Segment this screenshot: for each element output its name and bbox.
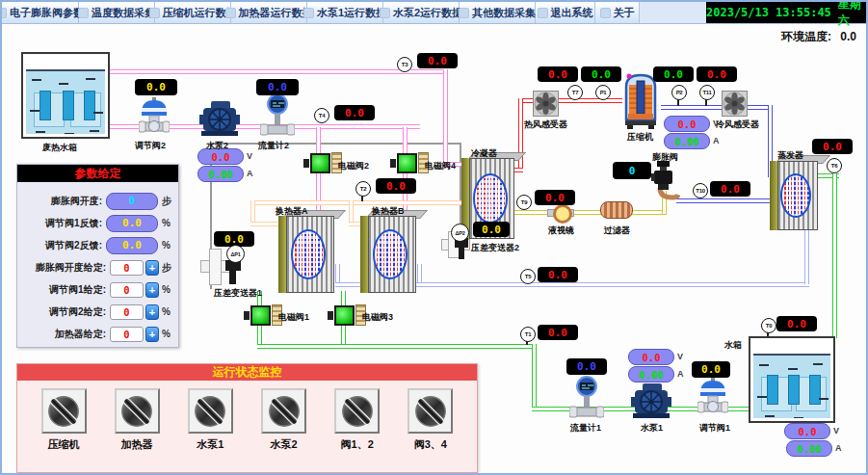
hot-air-fan-label: 热风感受器 — [524, 119, 567, 131]
menu-item-icon — [78, 8, 89, 18]
switch-valves-1-2[interactable] — [334, 388, 380, 434]
pump2-current-unit: A — [247, 169, 253, 178]
sensor-T2-display: 0.0 — [376, 178, 416, 194]
digital-clock: 2023/5/13 13:55:45 星期六 — [706, 2, 866, 23]
run-status-panel-title: 运行状态监控 — [17, 364, 477, 381]
water-tank-label: 水箱 — [724, 339, 742, 352]
sensor-T2: T2 — [355, 181, 371, 197]
pump2-voltage-unit: V — [247, 151, 252, 161]
solenoid-valve4-icon — [390, 152, 429, 173]
sensor-P1-display: 0.0 — [581, 66, 621, 82]
pump1-voltage-unit: V — [677, 352, 683, 361]
pipe-hot-water-top — [110, 69, 447, 74]
waste-heat-tank-graphic — [21, 52, 110, 139]
flow-meter-icon — [569, 376, 604, 424]
pump1-voltage-display: 0.0 — [628, 349, 674, 365]
sensor-T6: T6 — [827, 158, 842, 173]
sensor-T6-display: 0.0 — [812, 139, 853, 154]
pipe-low-pressure — [676, 198, 773, 203]
sensor-T9: T9 — [516, 195, 532, 210]
valve1-setpoint-spinner[interactable]: + — [145, 282, 159, 298]
sensor-T11: T11 — [699, 85, 715, 100]
sensor-T9-display: 0.0 — [535, 190, 575, 205]
solenoid-valve4-label: 电磁阀4 — [425, 160, 456, 172]
pipe-chilled-return-v — [804, 226, 809, 284]
switch-pump1[interactable] — [188, 388, 233, 434]
flow-meter-icon — [260, 93, 295, 142]
pipe-cold-water-down — [532, 344, 537, 409]
flow1-label: 流量计1 — [570, 422, 601, 435]
switch-compressor[interactable] — [41, 388, 87, 434]
menu-item-compressor-data[interactable]: 压缩机运行数据 — [155, 2, 231, 23]
menu-item-expansion-valve-params[interactable]: 电子膨胀阀参数 — [2, 2, 79, 23]
menu-item-other-data[interactable]: 其他数据采集 — [460, 2, 536, 23]
heater-setpoint-input[interactable]: 0 — [110, 327, 144, 342]
expansion-valve-label: 膨胀阀 — [652, 151, 678, 164]
pipe-liquid-line — [514, 210, 667, 215]
switch-valves-3-4[interactable] — [408, 388, 453, 434]
evaporator-label: 蒸发器 — [777, 149, 803, 162]
rotary-switch-icon — [192, 393, 228, 430]
evaporator-icon — [770, 161, 818, 230]
menu-item-pump1-data[interactable]: 水泵1运行数据 — [307, 2, 383, 23]
compressor-voltage-display: 0.0 — [664, 116, 710, 132]
motor-valve-icon — [139, 97, 170, 142]
pipe-cold-water-mid — [257, 344, 537, 349]
sensor-T5: T5 — [520, 269, 536, 284]
switch-heater[interactable] — [115, 388, 160, 434]
menu-item-icon — [459, 8, 469, 18]
expansion-setpoint-spinner[interactable]: + — [145, 260, 159, 276]
rotary-switch-icon — [412, 393, 449, 430]
filter-icon — [600, 201, 633, 219]
menu-item-temperature-data[interactable]: 温度数据采集 — [79, 2, 155, 23]
heat-exchanger-b-label: 换热器B — [372, 205, 405, 218]
rotary-switch-icon — [339, 393, 376, 430]
valve2-feedback-readout: 0.0 — [106, 237, 158, 254]
sensor-T5-display: 0.0 — [538, 267, 578, 282]
rotary-switch-icon — [118, 393, 155, 430]
tank-current-unit: A — [835, 443, 842, 453]
flow1-display: 0.0 — [566, 358, 607, 375]
menu-item-heater-data[interactable]: 加热器运行数据 — [231, 2, 307, 23]
param-row-expansion-setpoint: 膨胀阀开度给定: 0 + 步 — [17, 256, 178, 278]
param-row-heater-setpoint: 加热器给定: 0 + % — [17, 323, 178, 345]
sensor-T0-display: 0.0 — [776, 316, 817, 331]
pipe-evap-to-tank — [832, 173, 837, 338]
clock-time: 13:55:45 — [776, 6, 831, 19]
pipe-hot-water-drop — [443, 69, 448, 166]
expansion-opening-readout: 0 — [106, 193, 158, 210]
valve2-setpoint-spinner[interactable]: + — [145, 304, 159, 320]
sensor-P1: P1 — [595, 85, 611, 100]
sensor-T1: T1 — [520, 327, 536, 342]
sensor-T3-display: 0.0 — [417, 53, 458, 68]
switch-pump2[interactable] — [261, 388, 306, 434]
sight-glass-icon — [547, 203, 574, 221]
valve2-setpoint-input[interactable]: 0 — [110, 304, 144, 320]
menu-item-icon — [538, 8, 548, 18]
ambient-temperature-label: 环境温度: — [781, 30, 831, 43]
menu-item-about[interactable]: 关于 — [595, 2, 640, 23]
scada-window: 电子膨胀阀参数 温度数据采集 压缩机运行数据 加热器运行数据 水泵1运行数据 水… — [0, 0, 868, 475]
menu-item-pump2-data[interactable]: 水泵2运行数据 — [383, 2, 460, 23]
ambient-temperature-value: 0.0 — [840, 30, 856, 43]
solenoid-valve1-label: 电磁阀1 — [278, 311, 309, 324]
cold-air-fan-label: 冷风感受器 — [716, 119, 759, 131]
menu-item-icon — [600, 8, 611, 18]
sensor-T1-display: 0.0 — [538, 325, 578, 340]
sensor-P2-display: 0.0 — [653, 66, 694, 82]
expansion-valve-icon — [651, 159, 680, 205]
tank-voltage-display: 0.0 — [784, 423, 830, 439]
valve1-setpoint-input[interactable]: 0 — [110, 282, 144, 298]
param-row-valve2-setpoint: 调节阀2给定: 0 + % — [17, 301, 178, 323]
tank-current-display: 0.00 — [786, 440, 832, 457]
menu-item-exit-system[interactable]: 退出系统 — [536, 2, 595, 23]
pump2-icon — [199, 101, 240, 141]
expansion-setpoint-input[interactable]: 0 — [110, 260, 144, 276]
switch-valves-3-4-label: 阀3、4 — [414, 437, 447, 452]
heater-setpoint-spinner[interactable]: + — [145, 327, 159, 342]
sight-glass-label: 液视镜 — [548, 224, 574, 237]
valve2-feedback-display: 0.0 — [135, 79, 177, 95]
sensor-T7-display: 0.0 — [538, 66, 578, 82]
param-row-valve1-setpoint: 调节阀1给定: 0 + % — [17, 278, 178, 301]
expansion-valve-steps-display: 0 — [613, 162, 651, 179]
